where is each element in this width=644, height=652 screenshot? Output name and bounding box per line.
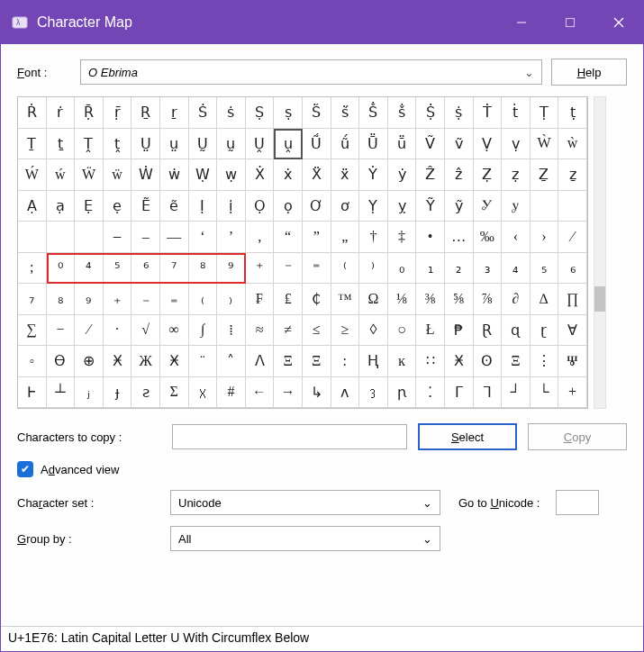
char-cell[interactable]: ‚ [246,222,275,253]
char-cell[interactable]: ‹ [502,222,531,253]
char-cell[interactable]: ẹ [104,191,132,222]
char-cell[interactable]: ṽ [445,129,474,160]
char-cell[interactable]: ◦ [18,346,47,377]
advanced-checkbox[interactable]: ✔ [17,461,33,477]
char-cell[interactable]: Ṹ [303,129,331,160]
char-cell[interactable]: ⁄ [558,222,587,253]
char-cell[interactable]: Ṣ [246,97,275,129]
char-cell[interactable]: ỹ [445,191,474,222]
char-cell[interactable]: Ẑ [416,159,445,191]
scrollbar[interactable] [594,96,606,409]
char-cell[interactable]: ← [246,377,275,409]
scrollbar-thumb[interactable] [594,286,605,312]
char-cell[interactable]: Ẍ [303,159,331,191]
char-cell[interactable]: Ξ [274,346,303,377]
minimize-button[interactable] [497,1,546,44]
char-cell[interactable]: ₈ [47,284,76,315]
char-cell[interactable]: ‰ [474,222,503,253]
char-cell[interactable]: ꞃ [388,377,417,409]
char-cell[interactable]: Ṡ [189,97,218,129]
char-cell[interactable]: ∆ [531,284,559,315]
char-cell[interactable]: Ṙ [18,97,47,129]
char-cell[interactable]: ẍ [331,159,360,191]
char-cell[interactable]: ⁻ [274,253,303,285]
char-cell[interactable]: ẃ [47,159,76,191]
char-cell[interactable]: ” [303,222,331,253]
char-cell[interactable]: ṣ [274,97,303,129]
char-cell[interactable]: ∑ [18,315,47,347]
char-cell[interactable]: Ị [189,191,218,222]
char-cell[interactable]: ꝫ [359,377,388,409]
char-cell[interactable]: … [445,222,474,253]
char-cell[interactable]: Ṭ [531,97,559,129]
char-cell[interactable]: Ξ [303,346,331,377]
char-cell[interactable]: ꭓ [189,377,218,409]
char-cell[interactable]: ṻ [388,129,417,160]
char-cell[interactable]: ₍ [189,284,218,315]
char-cell[interactable]: ₅ [531,253,559,285]
char-cell[interactable]: ₤ [274,284,303,315]
char-cell[interactable]: ᒣ [474,377,503,409]
char-cell[interactable]: – [132,222,160,253]
char-cell[interactable]: ₂ [445,253,474,285]
char-cell[interactable]: Ṷ [246,129,275,160]
char-cell[interactable]: ṙ [47,97,76,129]
char-cell[interactable]: ⅞ [474,284,503,315]
char-cell[interactable]: ṧ [388,97,417,129]
char-cell[interactable]: ₉ [75,284,104,315]
char-cell[interactable]: ṡ [217,97,246,129]
char-cell[interactable]: ⁺ [246,253,275,285]
char-cell[interactable]: + [558,377,587,409]
char-cell[interactable]: ⋮ [531,346,559,377]
char-cell[interactable]: ṯ [47,129,76,160]
char-cell[interactable]: ≤ [303,315,331,347]
char-cell[interactable]: ∕ [75,315,104,347]
char-cell[interactable]: „ [331,222,360,253]
char-cell[interactable]: Ӿ [445,346,474,377]
char-cell[interactable]: ; [18,253,47,285]
char-cell[interactable]: ỿ [502,191,531,222]
char-cell[interactable]: — [160,222,189,253]
char-cell[interactable]: ⊕ [75,346,104,377]
char-cell[interactable]: ʌ [331,377,360,409]
char-cell[interactable]: ṹ [331,129,360,160]
char-cell[interactable]: Ẕ [531,159,559,191]
char-cell[interactable]: ṫ [502,97,531,129]
char-cell[interactable]: Ẓ [474,159,503,191]
char-cell[interactable]: ẕ [558,159,587,191]
char-cell[interactable]: “ [274,222,303,253]
character-grid[interactable]: ṘṙṜṝṞṟṠṡṢṣṤṥṦṧṨṩṪṫṬṭṮṯṰṱṲṳṴṵṶṷṸṹṺṻṼṽṾṿẀẁ… [17,96,588,409]
char-cell[interactable]: ₵ [303,284,331,315]
char-cell[interactable]: ∫ [189,315,218,347]
font-select[interactable]: O Ebrima ⌄ [80,59,542,85]
char-cell[interactable]: ơ [331,191,360,222]
char-cell[interactable]: ≈ [246,315,275,347]
char-cell[interactable]: Ỿ [474,191,503,222]
char-cell[interactable]: Ⱋ [558,346,587,377]
char-cell[interactable]: └ [531,377,559,409]
char-cell[interactable] [47,222,76,253]
char-cell[interactable]: Ṟ [132,97,160,129]
char-cell[interactable]: ṱ [104,129,132,160]
char-cell[interactable]: Ẹ [75,191,104,222]
char-cell[interactable]: Ł [416,315,445,347]
characters-input[interactable] [172,424,407,449]
char-cell[interactable]: ẇ [160,159,189,191]
char-cell[interactable]: ṭ [558,97,587,129]
char-cell[interactable]: ẽ [160,191,189,222]
char-cell[interactable]: ẁ [558,129,587,160]
char-cell[interactable]: ∀ [558,315,587,347]
char-cell[interactable]: Ẉ [189,159,218,191]
char-cell[interactable]: ∷ [416,346,445,377]
char-cell[interactable]: ┴ [47,377,76,409]
char-cell[interactable]: ⅝ [445,284,474,315]
char-cell[interactable]: ⁾ [359,253,388,285]
char-cell[interactable]: Ạ [18,191,47,222]
char-cell[interactable]: Ж [132,346,160,377]
maximize-button[interactable] [546,1,594,44]
char-cell[interactable]: ⁞ [217,315,246,347]
char-cell[interactable]: Ẇ [132,159,160,191]
char-cell[interactable]: ẉ [217,159,246,191]
char-cell[interactable]: ṵ [217,129,246,160]
char-cell[interactable]: ꓥ [246,346,275,377]
